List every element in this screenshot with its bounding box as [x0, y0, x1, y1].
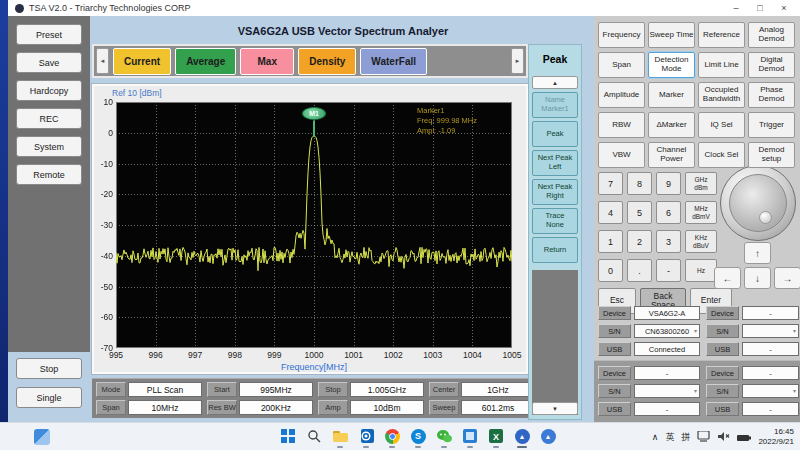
tab-current[interactable]: Current: [113, 48, 171, 75]
tab-waterfall[interactable]: WaterFall: [360, 48, 427, 75]
key-7[interactable]: 7: [598, 172, 623, 195]
skype-icon[interactable]: S: [410, 428, 426, 444]
key-minus[interactable]: -: [656, 259, 681, 282]
menu-channel-power[interactable]: Channel Power: [648, 142, 695, 168]
sidebar-item-system[interactable]: System: [16, 136, 82, 157]
key-6[interactable]: 6: [656, 201, 681, 224]
rotary-knob-thumb[interactable]: [759, 211, 772, 224]
dropdown-chevron-icon[interactable]: ▾: [694, 385, 697, 397]
mode-value[interactable]: PLL Scan: [128, 382, 202, 397]
start-value[interactable]: 995MHz: [239, 382, 313, 397]
key-5[interactable]: 5: [627, 201, 652, 224]
key-4[interactable]: 4: [598, 201, 623, 224]
tab-scroll-left-icon[interactable]: ◄: [96, 48, 109, 74]
s-n-value[interactable]: ▾: [742, 324, 799, 338]
arrow-right-key[interactable]: →: [774, 267, 800, 289]
menu-sweep-time[interactable]: Sweep Time: [648, 22, 695, 48]
menu-digital-demod[interactable]: Digital Demod: [748, 52, 795, 78]
menu-rbw[interactable]: RBW: [598, 112, 645, 138]
key-unit-ghz-dbm[interactable]: GHz dBm: [685, 172, 717, 195]
single-button[interactable]: Single: [16, 387, 82, 408]
menu-amplitude[interactable]: Amplitude: [598, 82, 645, 108]
submenu-item-trace-none[interactable]: Trace None: [532, 208, 578, 234]
key-1[interactable]: 1: [598, 230, 623, 253]
submenu-item-peak[interactable]: Peak: [532, 121, 578, 147]
s-n-value[interactable]: ▾: [742, 384, 799, 398]
menu-iq-sel[interactable]: IQ Sel: [698, 112, 745, 138]
sweep-value[interactable]: 601.2ms: [461, 400, 535, 415]
menu-clock-sel[interactable]: Clock Sel: [698, 142, 745, 168]
photos-icon[interactable]: [462, 428, 478, 444]
tab-max[interactable]: Max: [240, 48, 294, 75]
tsa-app-icon-2[interactable]: ▲: [540, 428, 556, 444]
menu-frequency[interactable]: Frequency: [598, 22, 645, 48]
sidebar-item-hardcopy[interactable]: Hardcopy: [16, 80, 82, 101]
sidebar-item-rec[interactable]: REC: [16, 108, 82, 129]
close-button[interactable]: ×: [772, 0, 796, 16]
menu-vbw[interactable]: VBW: [598, 142, 645, 168]
center-value[interactable]: 1GHz: [461, 382, 535, 397]
dropdown-chevron-icon[interactable]: ▾: [793, 385, 796, 397]
maximize-button[interactable]: □: [748, 0, 772, 16]
display-icon[interactable]: [697, 428, 710, 446]
dropdown-chevron-icon[interactable]: ▾: [793, 325, 796, 337]
menu-demod-setup[interactable]: Demod setup: [748, 142, 795, 168]
arrow-left-key[interactable]: ←: [714, 267, 741, 289]
speaker-muted-icon[interactable]: [717, 428, 730, 446]
dropdown-chevron-icon[interactable]: ▾: [694, 325, 697, 337]
menu-marker[interactable]: ΔMarker: [648, 112, 695, 138]
sidebar-item-save[interactable]: Save: [16, 52, 82, 73]
amp-value[interactable]: 10dBm: [350, 400, 424, 415]
key-unit-hz[interactable]: Hz: [685, 259, 717, 282]
widgets-icon[interactable]: [34, 429, 50, 445]
arrow-up-key[interactable]: ↑: [744, 242, 771, 264]
ime-language-indicator[interactable]: 英: [665, 431, 674, 444]
submenu-item-next-peak-right[interactable]: Next Peak Right: [532, 179, 578, 205]
key-3[interactable]: 3: [656, 230, 681, 253]
menu-detection-mode[interactable]: Detection Mode: [648, 52, 695, 78]
tsa-app-icon[interactable]: ▲: [514, 428, 530, 444]
minimize-button[interactable]: –: [724, 0, 748, 16]
outlook-icon[interactable]: [358, 428, 374, 444]
battery-icon[interactable]: [737, 428, 751, 446]
key-9[interactable]: 9: [656, 172, 681, 195]
res-bw-value[interactable]: 200KHz: [239, 400, 313, 415]
menu-reference[interactable]: Reference: [698, 22, 745, 48]
sidebar-item-preset[interactable]: Preset: [16, 24, 82, 45]
submenu-scroll-down-icon[interactable]: ▼: [532, 402, 578, 415]
stop-button[interactable]: Stop: [16, 358, 82, 379]
submenu-item-next-peak-left[interactable]: Next Peak Left: [532, 150, 578, 176]
tab-average[interactable]: Average: [175, 48, 236, 75]
tab-scroll-right-icon[interactable]: ►: [511, 48, 524, 74]
key-8[interactable]: 8: [627, 172, 652, 195]
tray-chevron-icon[interactable]: ∧: [652, 432, 659, 442]
submenu-scroll-up-icon[interactable]: ▲: [532, 76, 578, 89]
wechat-icon[interactable]: [436, 428, 452, 444]
stop-value[interactable]: 1.005GHz: [350, 382, 424, 397]
chrome-icon[interactable]: [384, 428, 400, 444]
s-n-value[interactable]: CN63800260▾: [634, 324, 700, 338]
menu-limit-line[interactable]: Limit Line: [698, 52, 745, 78]
tab-density[interactable]: Density: [298, 48, 356, 75]
file-explorer-icon[interactable]: [332, 428, 348, 444]
menu-marker[interactable]: Marker: [648, 82, 695, 108]
menu-phase-demod[interactable]: Phase Demod: [748, 82, 795, 108]
key-unit-mhz-dbmv[interactable]: MHz dBmV: [685, 201, 717, 224]
menu-analog-demod[interactable]: Analog Demod: [748, 22, 795, 48]
s-n-value[interactable]: ▾: [634, 384, 700, 398]
menu-span[interactable]: Span: [598, 52, 645, 78]
key-dot[interactable]: .: [627, 259, 652, 282]
search-icon[interactable]: [306, 428, 322, 444]
key-0[interactable]: 0: [598, 259, 623, 282]
sidebar-item-remote[interactable]: Remote: [16, 164, 82, 185]
menu-trigger[interactable]: Trigger: [748, 112, 795, 138]
arrow-down-key[interactable]: ↓: [744, 267, 771, 289]
span-value[interactable]: 10MHz: [128, 400, 202, 415]
clock[interactable]: 16:45 2022/9/21: [758, 427, 794, 447]
ime-mode-indicator[interactable]: 拼: [681, 431, 690, 444]
key-unit-khz-dbuv[interactable]: KHz dBuV: [685, 230, 717, 253]
menu-occupied-bandwidth[interactable]: Occupied Bandwidth: [698, 82, 745, 108]
submenu-item-return[interactable]: Return: [532, 237, 578, 263]
excel-icon[interactable]: X: [488, 428, 504, 444]
key-2[interactable]: 2: [627, 230, 652, 253]
